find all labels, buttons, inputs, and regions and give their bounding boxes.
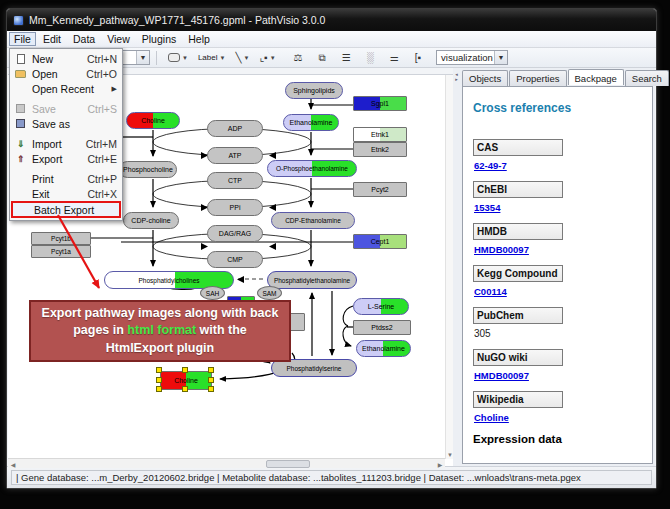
chevron-down-icon[interactable]: ▼ — [494, 51, 507, 64]
pathway-node-etnk1[interactable]: Etnk1 — [353, 127, 407, 142]
xref-link-choline[interactable]: Choline — [474, 412, 509, 423]
menu-view[interactable]: View — [102, 32, 135, 46]
file-menu-item-label: Print — [32, 173, 80, 185]
backpage-content[interactable]: Cross references CAS62-49-7ChEBI15354HMD… — [462, 86, 653, 464]
line-tool-button[interactable]: ╲ ▼ — [232, 50, 252, 66]
pathway-node-cdp-choline[interactable]: CDP-choline — [123, 212, 179, 229]
file-menu-item-print[interactable]: PrintCtrl+P — [11, 171, 121, 186]
pathway-node-etnk2[interactable]: Etnk2 — [353, 142, 407, 157]
selection-handle[interactable] — [182, 367, 188, 373]
scroll-left-icon[interactable]: ◀ — [8, 459, 18, 468]
xref-source-name: Wikipedia — [473, 391, 563, 408]
align-center-button[interactable]: ⚖ — [291, 50, 306, 66]
file-menu-item-export[interactable]: ⇑ExportCtrl+E — [11, 151, 121, 166]
pathway-node-label: Ethanolamine — [290, 119, 333, 126]
chevron-down-icon[interactable]: ▼ — [270, 55, 276, 61]
selection-handle[interactable] — [208, 377, 214, 383]
pathway-node-l-serine[interactable]: L-Serine — [353, 298, 409, 315]
pathway-node-cmp[interactable]: CMP — [207, 251, 263, 268]
selection-handle[interactable] — [208, 367, 214, 373]
chevron-down-icon[interactable]: ▼ — [136, 51, 149, 64]
pathway-node-ppi[interactable]: PPi — [207, 199, 263, 216]
tab-properties[interactable]: Properties — [509, 70, 566, 86]
file-menu-item-batch-export[interactable]: Batch Export — [11, 201, 121, 218]
pathway-node-phosphatidylethanolamine[interactable]: Phosphatidylethanolamine — [267, 271, 357, 289]
selection-handle[interactable] — [208, 386, 214, 392]
chevron-down-icon[interactable]: ▼ — [243, 55, 249, 61]
connector-tool-button[interactable]: ⌞▪ ▼ — [256, 50, 278, 66]
selection-handle[interactable] — [156, 386, 162, 392]
pathway-node-ctp[interactable]: CTP — [207, 172, 263, 189]
pathway-node-cept1[interactable]: Cept1 — [353, 234, 407, 249]
pathway-node-sam[interactable]: SAM — [257, 286, 282, 300]
pathway-node-pcyt1b[interactable]: Pcyt1b — [31, 232, 91, 245]
menu-edit[interactable]: Edit — [38, 32, 66, 46]
file-menu-item-open[interactable]: OpenCtrl+O — [11, 66, 121, 81]
tab-search[interactable]: Search — [625, 70, 669, 86]
xref-link-c00114[interactable]: C00114 — [474, 286, 507, 297]
scrollbar-thumb[interactable] — [266, 460, 310, 468]
canvas-horizontal-scrollbar[interactable]: ◀ ▶ — [8, 458, 445, 468]
file-menu-item-save[interactable]: SaveCtrl+S — [11, 101, 121, 116]
file-menu-item-import[interactable]: ⇓ImportCtrl+M — [11, 136, 121, 151]
tab-objects[interactable]: Objects — [462, 70, 508, 86]
chevron-down-icon[interactable]: ▼ — [182, 55, 188, 61]
annotation-line-2-pre: pages in — [73, 323, 127, 337]
annotation-line-2-highlight: html format — [127, 323, 196, 337]
panel-splitter[interactable]: ◂▸ — [453, 68, 460, 466]
stack-vertical-button[interactable]: ⚌ — [387, 50, 402, 66]
menu-data[interactable]: Data — [68, 32, 100, 46]
pathway-node-ethanolamine[interactable]: Ethanolamine — [356, 340, 411, 357]
distribute-horizontal-button[interactable]: ░ — [364, 50, 377, 66]
pathway-node-pcyt2[interactable]: Pcyt2 — [353, 182, 407, 197]
file-menu-item-open-recent[interactable]: Open Recent▶ — [11, 81, 121, 96]
file-menu-item-exit[interactable]: ExitCtrl+X — [11, 186, 121, 201]
pathway-node-cdp-ethanolamine[interactable]: CDP-Ethanolamine — [271, 212, 355, 229]
label-tool-button[interactable]: Label ▼ — [195, 50, 229, 66]
title-bar[interactable]: Mm_Kennedy_pathway_WP1771_45176.gpml - P… — [7, 9, 656, 31]
distribute-vertical-button[interactable]: ☰ — [339, 50, 354, 66]
pathway-node-phosphocholine[interactable]: Phosphocholine — [119, 161, 177, 178]
datanode-tool-button[interactable]: ▼ — [165, 50, 191, 66]
pathway-node-ptdss2[interactable]: Ptdss2 — [353, 320, 411, 335]
xref-link-62-49-7[interactable]: 62-49-7 — [474, 160, 507, 171]
pathway-node-pcyt1a[interactable]: Pcyt1a — [31, 245, 91, 258]
selection-handle[interactable] — [156, 377, 162, 383]
align-middle-button[interactable]: ⧉ — [316, 50, 329, 66]
pathway-node-dag-rag[interactable]: DAG/RAG — [207, 225, 263, 242]
menu-file[interactable]: File — [9, 32, 36, 46]
cross-references-list: CAS62-49-7ChEBI15354HMDBHMDB00097Kegg Co… — [473, 139, 652, 423]
pathway-node-sah[interactable]: SAH — [200, 286, 225, 300]
side-panel: ObjectsPropertiesBackpageSearchLegend Cr… — [460, 68, 655, 466]
connector-tool-icon: ⌞▪ — [259, 53, 267, 63]
stack-horizontal-button[interactable]: [▪ — [412, 50, 424, 66]
pathway-node-ethanolamine[interactable]: Ethanolamine — [283, 114, 339, 131]
pathway-node-sgpl1[interactable]: Sgpl1 — [353, 96, 407, 111]
chevron-down-icon[interactable]: ▼ — [219, 55, 225, 61]
xref-link-hmdb00097[interactable]: HMDB00097 — [474, 244, 529, 255]
xref-link-15354[interactable]: 15354 — [474, 202, 500, 213]
splitter-collapse-icon[interactable]: ◂▸ — [453, 72, 460, 82]
xref-link-hmdb00097[interactable]: HMDB00097 — [474, 370, 529, 381]
stack-vertical-icon: ⚌ — [390, 53, 399, 63]
file-menu-item-save-as[interactable]: Save as — [11, 116, 121, 131]
pathway-node-label: Ethanolamine — [362, 345, 405, 352]
menu-help[interactable]: Help — [183, 32, 215, 46]
pathway-node-choline[interactable]: Choline — [126, 112, 180, 129]
selection-handle[interactable] — [156, 367, 162, 373]
canvas-vertical-scrollbar[interactable]: ▼ — [445, 75, 453, 459]
xref-source-name: HMDB — [473, 223, 563, 240]
menu-plugins[interactable]: Plugins — [137, 32, 181, 46]
pathway-node-sphingolipids[interactable]: Sphingolipids — [285, 82, 343, 99]
file-menu-item-new[interactable]: NewCtrl+N — [11, 51, 121, 66]
scroll-right-icon[interactable]: ▶ — [435, 459, 445, 468]
tab-backpage[interactable]: Backpage — [568, 69, 624, 85]
pathway-node-atp[interactable]: ATP — [207, 147, 263, 164]
scroll-down-icon[interactable]: ▼ — [446, 452, 453, 458]
app-icon — [13, 15, 24, 26]
pathway-node-adp[interactable]: ADP — [207, 120, 263, 137]
selection-handle[interactable] — [182, 386, 188, 392]
visualization-combobox[interactable]: visualization ▼ — [436, 50, 508, 65]
pathway-node-o-phosphoethanolamine[interactable]: O-Phosphoethanolamine — [267, 160, 357, 177]
file-menu-item-label: Export — [32, 153, 80, 165]
